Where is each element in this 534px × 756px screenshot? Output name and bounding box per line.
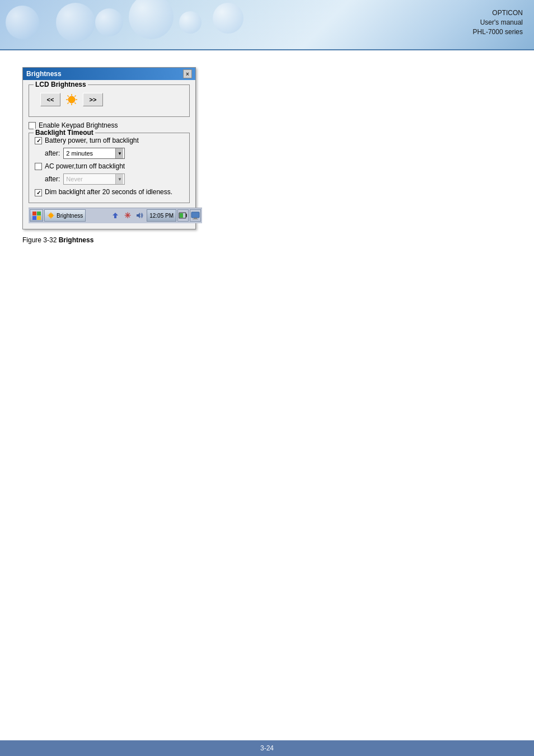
tray-desktop-icon[interactable] [190, 209, 201, 222]
ac-timeout-dropdown[interactable]: Never ▼ [63, 173, 125, 185]
header-deco-circle-1 [56, 3, 95, 42]
ac-power-row: AC power,turn off backlight [35, 162, 184, 170]
svg-line-7 [74, 96, 76, 97]
taskbar: Brightness ✳ [29, 208, 202, 223]
brightness-controls: << >> [35, 88, 184, 111]
svg-marker-18 [113, 213, 118, 218]
taskbar-tray: ✳ [110, 210, 146, 221]
header-deco-circle-2 [95, 8, 123, 36]
svg-rect-25 [193, 219, 198, 219]
brightness-app-icon [47, 212, 55, 219]
svg-rect-9 [32, 212, 36, 215]
battery-icon [179, 212, 188, 219]
svg-rect-11 [32, 216, 36, 220]
start-button[interactable] [30, 209, 43, 222]
tray-star-icon[interactable]: ✳ [122, 210, 133, 221]
brightness-sun-icon [65, 93, 78, 106]
svg-rect-23 [191, 212, 199, 218]
audio-icon [136, 212, 144, 219]
page-number: 3-24 [260, 744, 274, 752]
battery-timeout-dropdown[interactable]: 2 minutes ▼ [63, 148, 125, 159]
enable-keypad-row: Enable Keypad Brightness [29, 121, 190, 129]
figure-caption: Figure 3-32 Brightness [22, 236, 512, 244]
enable-keypad-checkbox[interactable] [29, 122, 36, 129]
header-deco-circle-6 [213, 3, 243, 34]
header-deco-circle-3 [129, 0, 174, 39]
lcd-brightness-label: LCD Brightness [34, 81, 88, 88]
tray-battery-icon[interactable] [177, 209, 189, 222]
manual-label: User's manual [473, 18, 523, 27]
svg-line-5 [68, 96, 69, 97]
star-icon: ✳ [124, 211, 131, 220]
page-footer: 3-24 [0, 740, 534, 756]
backlight-timeout-label: Backlight Timeout [34, 129, 95, 137]
caption-bold: Brightness [59, 236, 94, 244]
dim-backlight-checkbox[interactable] [35, 189, 42, 196]
desktop-icon [191, 212, 200, 219]
start-icon [32, 211, 41, 220]
svg-rect-22 [180, 213, 183, 218]
ac-after-label: after: [45, 175, 60, 183]
series-label: PHL-7000 series [473, 27, 523, 37]
close-button[interactable]: × [183, 69, 192, 78]
svg-point-0 [68, 96, 75, 103]
ac-after-row: after: Never ▼ [45, 173, 184, 185]
battery-after-label: after: [45, 149, 60, 157]
brightness-taskbar-app[interactable]: Brightness [44, 209, 86, 222]
svg-rect-21 [186, 214, 187, 217]
taskbar-time: 12:05 PM [147, 209, 176, 222]
tray-arrow-icon[interactable] [110, 210, 121, 221]
taskbar-app-label: Brightness [57, 213, 83, 219]
svg-line-8 [68, 102, 69, 104]
header-text: OPTICON User's manual PHL-7000 series [473, 8, 523, 36]
backlight-timeout-group: Backlight Timeout Battery power, turn of… [29, 133, 190, 203]
battery-power-checkbox[interactable] [35, 137, 42, 144]
dialog-body: LCD Brightness << [23, 80, 195, 229]
arrow-icon [111, 212, 119, 219]
company-name: OPTICON [473, 8, 523, 18]
svg-rect-24 [194, 218, 197, 219]
battery-after-row: after: 2 minutes ▼ [45, 148, 184, 159]
ac-label: AC power,turn off backlight [45, 162, 125, 170]
svg-marker-19 [137, 213, 140, 218]
increase-brightness-button[interactable]: >> [83, 93, 103, 106]
lcd-brightness-group: LCD Brightness << [29, 84, 190, 117]
header-banner: OPTICON User's manual PHL-7000 series [0, 0, 534, 50]
main-content: Brightness × LCD Brightness << [0, 50, 534, 261]
header-banner-content [0, 0, 534, 49]
time-display: 12:05 PM [149, 213, 174, 219]
ac-dropdown-arrow: ▼ [115, 174, 123, 184]
header-deco-circle-4 [179, 11, 202, 34]
dim-backlight-row: Dim backlight after 20 seconds of idlene… [35, 188, 184, 197]
ac-power-checkbox[interactable] [35, 163, 42, 170]
svg-rect-10 [37, 212, 41, 215]
sun-icon [65, 93, 78, 106]
dim-label: Dim backlight after 20 seconds of idlene… [45, 188, 172, 197]
battery-power-row: Battery power, turn off backlight [35, 137, 184, 144]
enable-keypad-label: Enable Keypad Brightness [39, 121, 118, 129]
svg-rect-12 [37, 216, 41, 220]
tray-audio-icon[interactable] [134, 210, 146, 221]
dialog-titlebar: Brightness × [23, 68, 195, 80]
svg-line-6 [74, 102, 76, 104]
battery-label: Battery power, turn off backlight [45, 137, 139, 144]
decrease-brightness-button[interactable]: << [40, 93, 60, 106]
svg-point-13 [49, 213, 53, 218]
dialog-title: Brightness [26, 70, 62, 78]
battery-timeout-value: 2 minutes [65, 150, 115, 157]
ac-timeout-value: Never [65, 176, 115, 182]
brightness-dialog: Brightness × LCD Brightness << [22, 67, 196, 229]
caption-prefix: Figure 3-32 [22, 236, 59, 244]
header-deco-circle-5 [6, 6, 39, 39]
battery-dropdown-arrow: ▼ [115, 148, 123, 158]
